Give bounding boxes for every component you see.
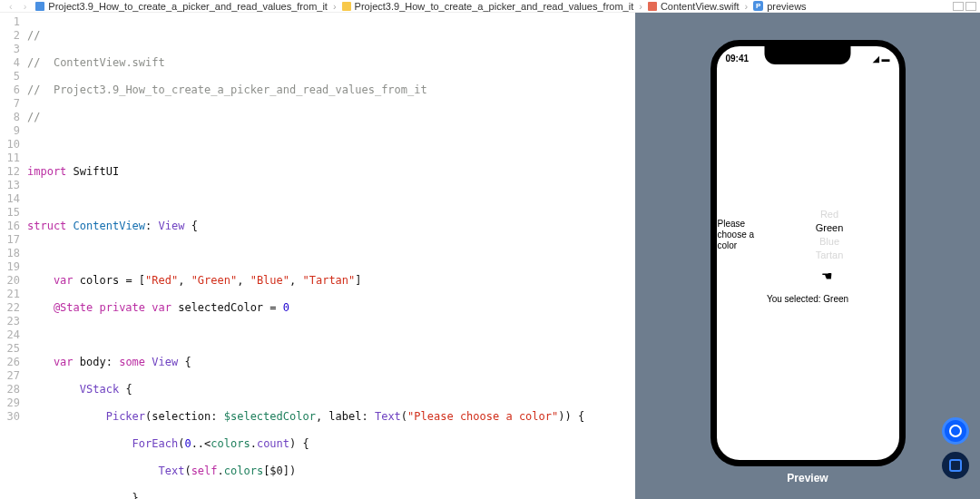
chevron-right-icon: › xyxy=(743,1,750,12)
picker-option[interactable]: Red xyxy=(820,208,838,221)
breadcrumb-item-folder[interactable]: Project3.9_How_to_create_a_picker_and_re… xyxy=(338,1,638,12)
property-icon: P xyxy=(753,1,763,11)
inspect-preview-button[interactable] xyxy=(942,452,969,479)
layout-right-icon[interactable] xyxy=(965,2,976,11)
layout-left-icon[interactable] xyxy=(953,2,964,11)
chevron-right-icon: › xyxy=(331,1,338,12)
swift-file-icon xyxy=(648,2,657,11)
breadcrumb-label: previews xyxy=(767,1,806,12)
code-editor[interactable]: 1234567891011121314151617181920212223242… xyxy=(0,13,635,499)
breadcrumb-item-symbol[interactable]: P previews xyxy=(750,1,809,12)
nav-forward-icon[interactable]: › xyxy=(18,1,33,12)
picker-label: Please choose a color xyxy=(717,219,760,251)
picker-option-selected[interactable]: Green xyxy=(816,221,844,235)
editor-layout-buttons xyxy=(953,2,976,11)
xcodeproj-icon xyxy=(35,2,44,11)
breadcrumb-label: Project3.9_How_to_create_a_picker_and_re… xyxy=(48,1,328,12)
picker-option[interactable]: Blue xyxy=(819,235,839,249)
code-content[interactable]: // // ContentView.swift // Project3.9_Ho… xyxy=(27,15,635,499)
picker-option[interactable]: Tartan xyxy=(816,249,844,262)
line-gutter: 1234567891011121314151617181920212223242… xyxy=(0,15,27,499)
breadcrumb-label: ContentView.swift xyxy=(661,1,740,12)
preview-title: Preview xyxy=(787,472,828,484)
live-preview-button[interactable] xyxy=(942,417,969,445)
picker-wheel[interactable]: Red Green Blue Tartan xyxy=(760,203,899,267)
breadcrumb-bar: ‹ › Project3.9_How_to_create_a_picker_an… xyxy=(0,0,980,13)
nav-back-icon[interactable]: ‹ xyxy=(4,1,18,12)
device-frame: 09:41 ◢ ▬ Please choose a color Red Gree… xyxy=(710,40,906,466)
breadcrumb-label: Project3.9_How_to_create_a_picker_and_re… xyxy=(355,1,634,12)
preview-canvas[interactable]: 09:41 ◢ ▬ Please choose a color Red Gree… xyxy=(635,13,980,499)
app-content: Please choose a color Red Green Blue Tar… xyxy=(717,46,899,460)
breadcrumb-item-project[interactable]: Project3.9_How_to_create_a_picker_and_re… xyxy=(32,1,331,12)
folder-icon xyxy=(342,2,351,11)
chevron-right-icon: › xyxy=(637,1,644,12)
breadcrumb-item-file[interactable]: ContentView.swift xyxy=(644,1,743,12)
selection-text: You selected: Green xyxy=(767,294,848,304)
